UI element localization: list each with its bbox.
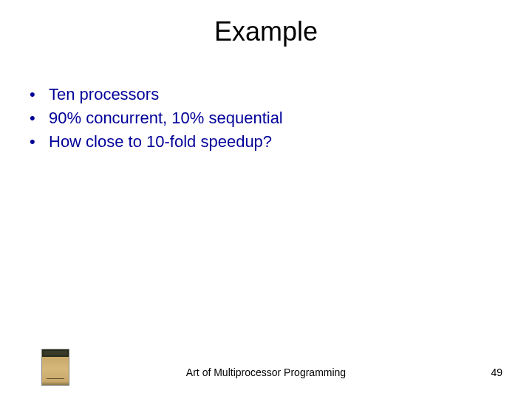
bullet-item: Ten processors	[28, 83, 532, 106]
bullet-list: Ten processors 90% concurrent, 10% seque…	[0, 55, 532, 154]
bullet-item: How close to 10-fold speedup?	[28, 130, 532, 154]
page-number: 49	[491, 366, 502, 378]
book-cover-icon	[41, 349, 69, 386]
slide-footer: Art of Multiprocessor Programming 49	[0, 349, 532, 386]
bullet-item: 90% concurrent, 10% sequential	[28, 106, 532, 130]
footer-text: Art of Multiprocessor Programming	[186, 366, 346, 378]
slide-title: Example	[0, 0, 532, 55]
